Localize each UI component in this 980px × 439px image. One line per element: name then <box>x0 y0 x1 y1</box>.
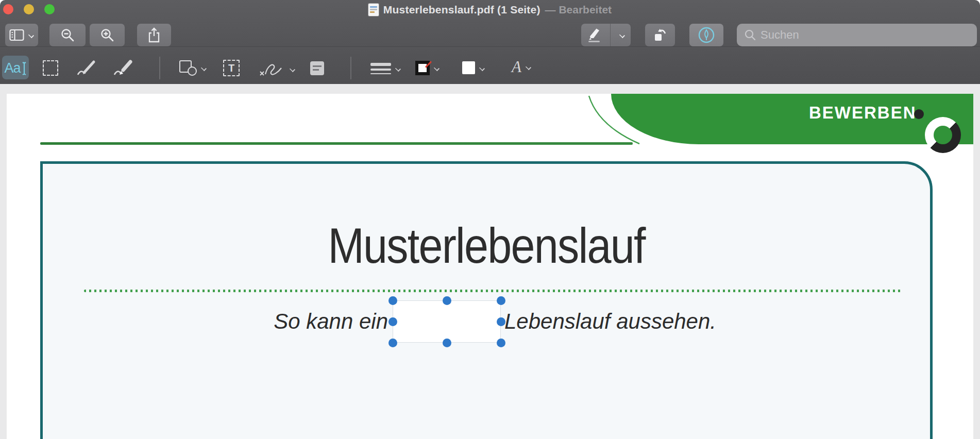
selected-text-box[interactable] <box>393 300 501 343</box>
search-field[interactable] <box>737 24 977 46</box>
resume-frame: Musterlebenslauf So kann ein Lebenslauf … <box>40 161 933 439</box>
note-icon <box>310 61 324 75</box>
body-text-right: Lebenslauf aussehen. <box>504 309 716 334</box>
zoom-out-button[interactable] <box>49 24 86 46</box>
chevron-down-icon <box>289 67 295 71</box>
body-text-left: So kann ein <box>177 309 388 334</box>
window-title-edited: — Bearbeitet <box>545 4 612 16</box>
pdf-page[interactable]: BEWERBEN Musterlebenslauf So kann ein Le… <box>7 94 973 439</box>
dotted-divider <box>84 290 903 292</box>
rotate-left-icon <box>652 27 668 43</box>
selection-handle-middle-right[interactable] <box>497 317 505 326</box>
highlight-options-button[interactable] <box>614 33 631 37</box>
selection-handle-middle-left[interactable] <box>388 317 397 326</box>
signature-icon <box>259 61 285 77</box>
text-cursor-icon <box>22 61 27 76</box>
chevron-down-icon <box>395 66 401 71</box>
markup-pen-circle-icon <box>698 26 715 44</box>
search-input[interactable] <box>761 28 956 42</box>
chevron-down-icon <box>433 66 440 70</box>
markup-toolbar-toggle[interactable] <box>689 24 723 46</box>
toolbar: Musterlebenslauf.pdf (1 Seite) — Bearbei… <box>0 0 980 84</box>
border-color-tool[interactable] <box>415 61 440 75</box>
chevron-down-icon <box>525 65 531 69</box>
resume-title: Musterlebenslauf <box>96 217 876 274</box>
fullscreen-window-button[interactable] <box>44 4 55 14</box>
minimize-window-button[interactable] <box>24 4 34 14</box>
highlighter-icon <box>586 27 602 43</box>
banner-label: BEWERBEN <box>809 103 917 123</box>
close-window-button[interactable] <box>3 4 13 14</box>
text-box-tool[interactable]: T <box>223 60 240 76</box>
logo-dot <box>914 109 924 119</box>
share-icon <box>147 27 161 43</box>
note-tool[interactable] <box>310 61 324 75</box>
chevron-down-icon <box>28 33 34 37</box>
text-style-tool[interactable]: A <box>512 58 531 76</box>
shapes-icon <box>179 60 197 76</box>
preview-window: Musterlebenslauf.pdf (1 Seite) — Bearbei… <box>0 0 980 439</box>
marker-pen-icon <box>112 58 134 78</box>
sidebar-panel-icon <box>9 29 25 41</box>
fill-color-icon <box>462 61 475 74</box>
bewerben-banner: BEWERBEN <box>611 94 973 144</box>
rotate-button[interactable] <box>645 24 675 46</box>
toolbar-divider <box>350 57 351 79</box>
magnifier-plus-icon <box>100 28 114 42</box>
window-title-area: Musterlebenslauf.pdf (1 Seite) — Bearbei… <box>0 3 980 17</box>
chevron-down-icon <box>479 66 485 70</box>
text-selection-tool[interactable]: Aa <box>2 56 29 79</box>
logo-ring-icon <box>925 117 961 153</box>
selection-handle-bottom-left[interactable] <box>388 339 397 347</box>
highlight-button-group <box>581 24 631 46</box>
sketch-pen-icon <box>76 58 97 78</box>
fill-color-tool[interactable] <box>462 61 485 74</box>
shape-style-tool[interactable] <box>370 63 401 74</box>
selection-handle-top-left[interactable] <box>388 296 397 305</box>
border-color-icon <box>415 61 430 75</box>
share-button[interactable] <box>137 24 171 46</box>
line-weight-icon <box>370 63 391 74</box>
markup-toolbar-background <box>0 46 980 84</box>
zoom-in-button[interactable] <box>90 24 125 46</box>
magnifier-minus-icon <box>60 28 75 42</box>
toolbar-divider <box>159 57 160 79</box>
window-title: Musterlebenslauf.pdf (1 Seite) <box>383 4 540 16</box>
selection-handle-top-middle[interactable] <box>443 296 451 305</box>
chevron-down-icon <box>619 33 625 37</box>
rectangle-selection-tool[interactable] <box>43 60 58 76</box>
selection-handle-top-right[interactable] <box>497 296 505 305</box>
text-style-icon: A <box>512 58 521 76</box>
draw-tool[interactable] <box>112 58 134 78</box>
sketch-tool[interactable] <box>76 58 97 78</box>
signature-tool[interactable] <box>259 61 295 77</box>
selection-rectangle-icon <box>43 60 58 76</box>
highlight-button[interactable] <box>581 27 607 43</box>
selection-handle-bottom-right[interactable] <box>497 339 505 347</box>
selection-handle-bottom-middle[interactable] <box>443 339 451 347</box>
green-rule <box>40 142 633 145</box>
text-selection-label: Aa <box>4 60 20 76</box>
sidebar-toggle-button[interactable] <box>5 24 38 46</box>
search-icon <box>744 29 756 41</box>
chevron-down-icon <box>200 66 207 70</box>
shapes-tool[interactable] <box>179 60 207 76</box>
segment-divider <box>610 24 611 46</box>
pdf-document-icon <box>368 4 379 16</box>
text-box-icon: T <box>223 60 240 76</box>
